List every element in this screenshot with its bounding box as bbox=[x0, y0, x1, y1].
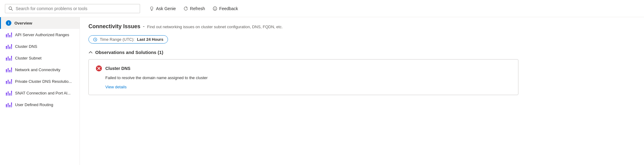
sidebar-item-label: Network and Connectivity bbox=[15, 67, 60, 72]
feedback-button[interactable]: Feedback bbox=[209, 4, 241, 13]
search-icon bbox=[8, 6, 13, 11]
sidebar-item-private-cluster[interactable]: Private Cluster DNS Resolutio... bbox=[0, 75, 80, 87]
sidebar-item-label: Cluster Subnet bbox=[15, 56, 41, 60]
sidebar-item-api-server[interactable]: API Server Authorized Ranges bbox=[0, 29, 80, 40]
svg-point-0 bbox=[9, 7, 12, 10]
obs-card-header: Cluster DNS bbox=[96, 65, 511, 72]
svg-point-5 bbox=[215, 8, 216, 9]
sidebar: i Overview API Server Authorized Ranges … bbox=[0, 17, 80, 165]
clock-icon bbox=[93, 37, 97, 42]
ask-genie-button[interactable]: Ask Genie bbox=[146, 4, 179, 13]
sidebar-item-snat[interactable]: SNAT Connection and Port Al... bbox=[0, 87, 80, 99]
refresh-button[interactable]: Refresh bbox=[180, 4, 208, 13]
sidebar-item-network-connectivity[interactable]: Network and Connectivity bbox=[0, 64, 80, 75]
page-title-row: Connectivity Issues - Find out networkin… bbox=[88, 23, 635, 30]
feedback-icon bbox=[213, 6, 217, 11]
sidebar-item-label: API Server Authorized Ranges bbox=[15, 33, 69, 37]
info-icon: i bbox=[6, 20, 11, 26]
sidebar-item-label: Overview bbox=[14, 21, 32, 25]
chevron-up-icon bbox=[88, 50, 93, 55]
top-bar: Ask Genie Refresh Feedback bbox=[0, 0, 644, 17]
svg-rect-2 bbox=[151, 10, 152, 10]
sidebar-item-label: SNAT Connection and Port Al... bbox=[15, 91, 71, 95]
feedback-label: Feedback bbox=[219, 6, 238, 11]
bar-chart-icon bbox=[6, 55, 12, 61]
refresh-icon bbox=[183, 6, 188, 11]
time-range-button[interactable]: Time Range (UTC): Last 24 Hours bbox=[88, 35, 168, 44]
sidebar-item-label: User Defined Routing bbox=[15, 102, 53, 107]
bar-chart-icon bbox=[6, 79, 12, 84]
observations-section-header[interactable]: Observations and Solutions (1) bbox=[88, 50, 635, 55]
time-range-label: Time Range (UTC): bbox=[100, 37, 135, 42]
bar-chart-icon bbox=[6, 90, 12, 96]
page-subtitle: Find out networking issues on cluster su… bbox=[147, 25, 283, 29]
svg-line-1 bbox=[11, 9, 13, 10]
obs-card-title: Cluster DNS bbox=[105, 66, 131, 71]
observations-title: Observations and Solutions (1) bbox=[95, 50, 163, 55]
bar-chart-icon bbox=[6, 44, 12, 49]
sidebar-item-cluster-dns[interactable]: Cluster DNS bbox=[0, 40, 80, 52]
sidebar-item-user-defined-routing[interactable]: User Defined Routing bbox=[0, 99, 80, 110]
observation-card: Cluster DNS Failed to resolve the domain… bbox=[88, 59, 518, 95]
sidebar-item-overview[interactable]: i Overview bbox=[0, 17, 80, 29]
page-title: Connectivity Issues bbox=[88, 23, 140, 30]
bar-chart-icon bbox=[6, 67, 12, 72]
refresh-label: Refresh bbox=[190, 6, 205, 11]
main-layout: i Overview API Server Authorized Ranges … bbox=[0, 17, 644, 165]
bar-chart-icon bbox=[6, 32, 12, 37]
sidebar-item-label: Cluster DNS bbox=[15, 44, 37, 49]
svg-point-4 bbox=[214, 8, 215, 9]
error-icon bbox=[96, 65, 102, 72]
bar-chart-icon bbox=[6, 102, 12, 107]
title-separator: - bbox=[143, 23, 145, 30]
search-box[interactable] bbox=[5, 4, 140, 13]
obs-description: Failed to resolve the domain name assign… bbox=[105, 75, 511, 80]
content-area: Connectivity Issues - Find out networkin… bbox=[80, 17, 644, 165]
ask-genie-label: Ask Genie bbox=[156, 6, 176, 11]
view-details-link[interactable]: View details bbox=[105, 85, 127, 89]
svg-point-3 bbox=[213, 7, 217, 10]
sidebar-item-label: Private Cluster DNS Resolutio... bbox=[15, 79, 72, 84]
top-bar-actions: Ask Genie Refresh Feedback bbox=[146, 4, 241, 13]
search-input[interactable] bbox=[16, 6, 137, 11]
genie-icon bbox=[149, 6, 154, 11]
sidebar-item-cluster-subnet[interactable]: Cluster Subnet bbox=[0, 52, 80, 64]
time-range-value: Last 24 Hours bbox=[137, 37, 163, 42]
